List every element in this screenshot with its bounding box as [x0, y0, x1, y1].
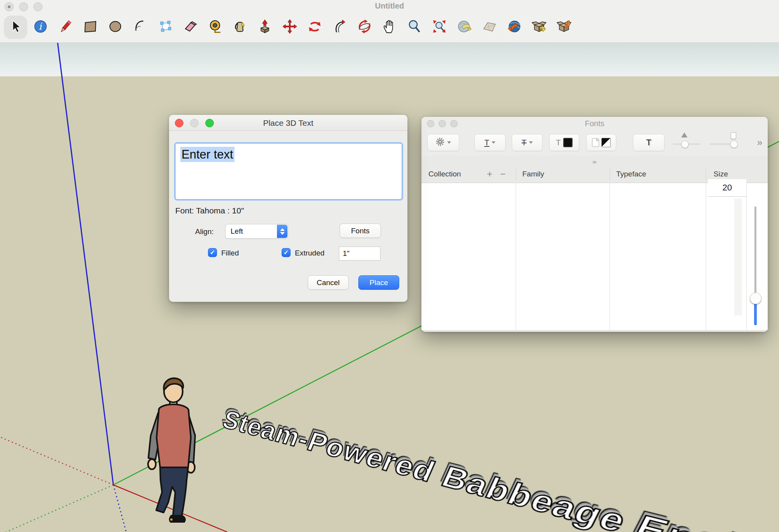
tool-arc[interactable] [132, 19, 149, 36]
list-divider [746, 183, 747, 330]
tool-circle[interactable] [107, 19, 124, 36]
dialog-title: Place 3D Text [169, 118, 407, 128]
collection-list[interactable] [421, 183, 516, 330]
select-cursor-icon [8, 19, 23, 36]
document-color-button[interactable] [586, 134, 616, 151]
globe-orange-arrow-icon [506, 19, 522, 36]
typeface-header: Typeface [616, 170, 646, 178]
size-value-field[interactable]: 20 [708, 179, 746, 197]
size-slider-fill [754, 304, 757, 325]
remove-collection-button[interactable]: − [500, 169, 506, 180]
tool-select[interactable] [7, 19, 24, 36]
tool-rotate[interactable] [306, 19, 323, 36]
gear-icon [435, 137, 445, 148]
follow-me-icon [332, 19, 347, 36]
font-summary-label: Font: Tahoma : 10" [175, 206, 244, 215]
scale-box-icon [157, 19, 173, 36]
tool-extension-warehouse[interactable] [555, 19, 573, 36]
size-slider-thumb[interactable] [750, 292, 761, 304]
family-header: Family [522, 170, 544, 178]
tool-eraser[interactable] [182, 19, 199, 36]
tool-info[interactable]: i [32, 19, 49, 36]
green-axis-dotted [0, 485, 113, 532]
slider-thumb[interactable] [730, 141, 738, 148]
warehouse-box-orange-icon [556, 19, 572, 36]
tool-push-pull[interactable] [256, 19, 273, 36]
tool-move[interactable] [281, 19, 298, 36]
tool-paint-bucket[interactable] [231, 19, 249, 36]
strikethrough-style-button[interactable]: T [512, 134, 543, 151]
tool-orbit[interactable] [356, 19, 373, 36]
tool-rectangle[interactable] [82, 19, 99, 36]
blue-axis-solid [58, 43, 113, 485]
arc-icon [132, 19, 148, 36]
info-icon: i [33, 19, 48, 36]
fonts-panel: Fonts T T T T » Collection + [421, 117, 768, 332]
cancel-button[interactable]: Cancel [308, 275, 349, 290]
rotate-icon [307, 19, 323, 36]
document-icon [592, 138, 599, 147]
eraser-icon [182, 19, 198, 36]
extruded-checkbox[interactable]: ✓ [282, 248, 291, 257]
align-popup[interactable]: Left [225, 224, 288, 239]
pane-resize-grip[interactable] [592, 161, 597, 164]
size-list[interactable] [706, 197, 742, 329]
popup-chevrons-icon [277, 225, 287, 238]
tape-measure-icon [207, 19, 223, 36]
zoom-extents-icon [432, 19, 447, 36]
chevron-down-icon [529, 141, 533, 144]
font-actions-menu-button[interactable] [427, 134, 459, 151]
fonts-panel-title: Fonts [421, 119, 768, 128]
color-swatch-black [563, 138, 573, 147]
chevron-down-icon [492, 141, 495, 144]
scale-figure-person[interactable] [139, 377, 201, 525]
tool-line[interactable] [57, 19, 74, 36]
text-shadow-button[interactable]: T [633, 134, 664, 151]
add-collection-button[interactable]: + [487, 169, 492, 180]
shadow-blur-slider[interactable] [708, 137, 738, 149]
window-title: Untitled [0, 2, 779, 11]
color-swatch-split [601, 138, 611, 147]
typeface-list[interactable] [610, 183, 706, 330]
underline-icon: T [485, 138, 490, 147]
move-icon [282, 19, 298, 36]
underline-style-button[interactable]: T [474, 134, 506, 151]
column-divider[interactable] [706, 169, 706, 180]
tool-tape-measure[interactable] [206, 19, 224, 36]
strikethrough-icon: T [522, 138, 527, 147]
tool-get-models[interactable] [530, 19, 548, 36]
slider-thumb[interactable] [681, 141, 689, 148]
size-header: Size [714, 170, 728, 178]
person-pants [156, 467, 188, 516]
tool-add-location[interactable] [456, 19, 473, 36]
column-divider[interactable] [516, 169, 516, 180]
place-3d-text-dialog: Place 3D Text Enter text Font: Tahoma : … [169, 115, 407, 302]
toolbar-overflow-button[interactable]: » [757, 137, 762, 148]
red-axis-dotted [0, 437, 113, 485]
collection-header: Collection [428, 170, 461, 178]
tool-follow-me[interactable] [331, 19, 348, 36]
filled-checkbox[interactable]: ✓ [208, 248, 217, 257]
tool-toggle-terrain[interactable] [481, 19, 498, 36]
fonts-titlebar: Fonts [421, 117, 768, 130]
shadow-opacity-slider[interactable] [671, 137, 701, 149]
hand-icon [382, 19, 397, 36]
tool-photo-textures[interactable] [506, 19, 523, 36]
globe-yellow-arrow-icon [456, 19, 472, 36]
text-color-button[interactable]: T [549, 134, 579, 151]
warehouse-box-yellow-icon [531, 19, 547, 36]
tool-zoom-extents[interactable] [431, 19, 448, 36]
fonts-button[interactable]: Fonts [340, 224, 381, 238]
tool-pan[interactable] [381, 19, 398, 36]
font-lists: 20 [421, 183, 768, 330]
align-label: Align: [195, 227, 214, 236]
text-color-icon: T [556, 138, 561, 147]
text-entry-area[interactable]: Enter text [174, 142, 403, 201]
family-list[interactable] [516, 183, 610, 330]
place-button[interactable]: Place [358, 275, 399, 290]
tool-zoom[interactable] [406, 19, 423, 36]
tool-scale[interactable] [157, 19, 174, 36]
extrusion-height-field[interactable]: 1" [339, 247, 381, 261]
column-divider[interactable] [610, 169, 610, 180]
person-shoe-detail [170, 518, 173, 521]
